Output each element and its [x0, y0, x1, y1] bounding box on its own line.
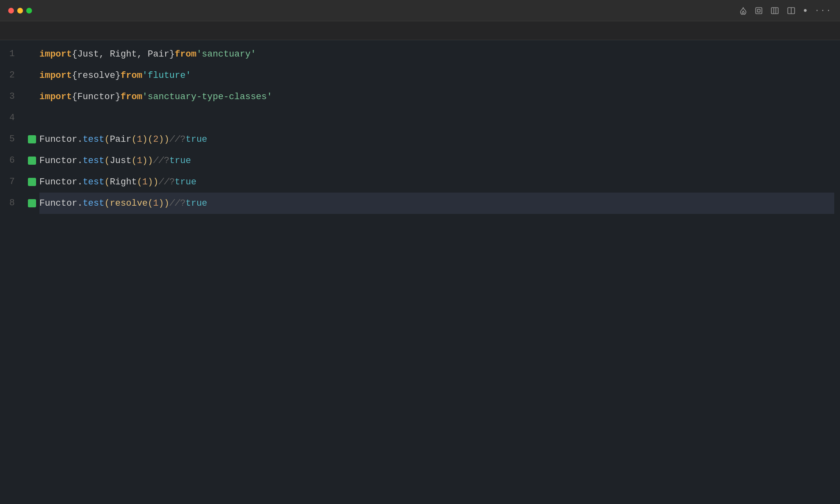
token-method: test: [83, 177, 105, 187]
token-punct: .: [77, 177, 82, 187]
token-comment-q: ?: [180, 198, 185, 209]
token-paren: (: [148, 134, 153, 145]
token-punct: }: [169, 49, 175, 59]
green-indicator-7: [28, 178, 36, 186]
line-number-6: 6: [0, 150, 20, 171]
broadcast-icon[interactable]: [755, 7, 763, 15]
svg-rect-2: [772, 7, 778, 14]
token-identifier: resolve: [77, 70, 115, 81]
indicator-line-5: [25, 129, 39, 150]
code-line-2: import { resolve } from 'fluture': [39, 65, 834, 86]
indicator-line-4: [25, 107, 39, 129]
token-true-val: true: [185, 198, 207, 209]
token-true-val: true: [175, 177, 196, 187]
titlebar-icons: ● ···: [739, 6, 832, 15]
more-options-icon[interactable]: ···: [815, 6, 832, 15]
token-paren: (: [137, 177, 142, 187]
token-paren: (: [131, 156, 137, 166]
columns-icon[interactable]: [770, 7, 779, 15]
code-line-8: Functor.test (resolve (1)) // ? true: [39, 193, 834, 214]
token-number: 1: [142, 177, 148, 187]
code-line-4: [39, 107, 834, 129]
green-indicator-5: [28, 135, 36, 143]
code-line-1: import { Just, Right, Pair } from 'sanct…: [39, 43, 834, 65]
token-punct: {: [72, 92, 77, 102]
indicator-line-8: [25, 193, 39, 214]
indicators: [25, 40, 39, 504]
token-punct: .: [77, 156, 82, 166]
close-button[interactable]: [8, 8, 14, 14]
green-indicator-8: [28, 199, 36, 207]
token-str-green: 'sanctuary-type-classes': [142, 92, 272, 102]
token-comment-q: ?: [169, 177, 175, 187]
line-number-7: 7: [0, 171, 20, 193]
token-number: 1: [137, 134, 142, 145]
token-comment: //: [169, 134, 180, 145]
token-comment: //: [169, 198, 180, 209]
tabbar: [0, 21, 840, 40]
token-str-green: 'sanctuary': [196, 49, 256, 59]
traffic-lights: [8, 8, 32, 14]
token-kw-from: from: [175, 49, 196, 59]
token-paren: )): [148, 177, 158, 187]
flame-icon[interactable]: [739, 7, 747, 15]
code-line-7: Functor.test (Right (1)) // ? true: [39, 171, 834, 193]
token-method: test: [83, 198, 105, 209]
token-comment-q: ?: [164, 156, 169, 166]
token-resolve-fn: resolve: [110, 198, 148, 209]
token-functor: Functor: [39, 156, 77, 166]
maximize-button[interactable]: [26, 8, 32, 14]
token-identifier: Right: [110, 177, 137, 187]
token-punct: }: [115, 70, 121, 81]
token-punct: {: [72, 70, 77, 81]
token-punct: }: [115, 92, 121, 102]
token-identifier: Functor: [77, 92, 115, 102]
split-icon[interactable]: [787, 7, 796, 15]
token-comment: //: [158, 177, 169, 187]
code-area[interactable]: import { Just, Right, Pair } from 'sanct…: [39, 40, 834, 504]
token-paren: (: [104, 134, 110, 145]
token-kw-from: from: [121, 70, 142, 81]
token-paren: (: [104, 156, 110, 166]
titlebar: ● ···: [0, 0, 840, 21]
dot-icon: ●: [803, 7, 807, 14]
line-number-2: 2: [0, 65, 20, 86]
token-kw-import: import: [39, 70, 72, 81]
token-functor: Functor: [39, 177, 77, 187]
token-method: test: [83, 134, 105, 145]
minimize-button[interactable]: [17, 8, 23, 14]
code-line-3: import { Functor } from 'sanctuary-type-…: [39, 86, 834, 107]
indicator-line-3: [25, 86, 39, 107]
token-number: 2: [153, 134, 158, 145]
token-comment: //: [153, 156, 164, 166]
token-paren: )): [158, 134, 169, 145]
token-paren: )): [142, 156, 153, 166]
token-number: 1: [137, 156, 142, 166]
token-number: 1: [153, 198, 158, 209]
token-paren: )): [158, 198, 169, 209]
token-punct: {: [72, 49, 77, 59]
token-comment-q: ?: [180, 134, 185, 145]
line-number-4: 4: [0, 107, 20, 129]
code-line-5: Functor.test (Pair (1) (2)) // ? true: [39, 129, 834, 150]
token-functor: Functor: [39, 134, 77, 145]
token-paren: (: [104, 198, 110, 209]
token-paren: (: [131, 134, 137, 145]
token-true-val: true: [185, 134, 207, 145]
green-indicator-6: [28, 157, 36, 165]
token-paren: (: [148, 198, 153, 209]
token-true-val: true: [169, 156, 191, 166]
scrollbar[interactable]: [834, 40, 840, 504]
line-number-3: 3: [0, 86, 20, 107]
indicator-line-2: [25, 65, 39, 86]
indicator-line-1: [25, 43, 39, 65]
token-paren: ): [142, 134, 148, 145]
indicator-line-7: [25, 171, 39, 193]
token-punct: .: [77, 134, 82, 145]
tab-untitled[interactable]: [7, 29, 16, 32]
token-punct: .: [77, 198, 82, 209]
token-identifier: Just: [110, 156, 132, 166]
svg-rect-0: [756, 7, 762, 14]
titlebar-left: [8, 8, 32, 14]
code-line-6: Functor.test (Just (1)) // ? true: [39, 150, 834, 171]
